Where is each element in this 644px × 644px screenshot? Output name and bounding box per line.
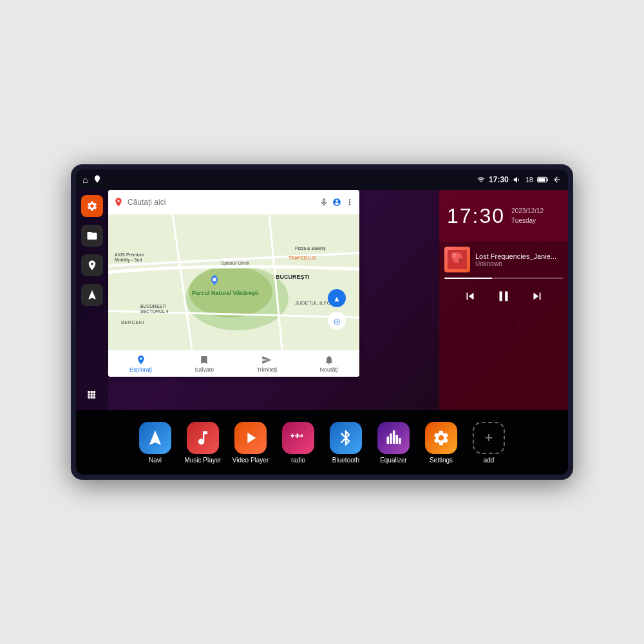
app-add[interactable]: + add <box>467 422 511 464</box>
screen: ⌂ 17:30 18 <box>76 169 568 475</box>
map-bottom-bar: Explorați Salvate Trimiteți Noutăți <box>108 350 359 377</box>
location-icon[interactable] <box>93 175 102 185</box>
radio-label: radio <box>291 457 305 464</box>
album-art <box>448 250 467 269</box>
svg-rect-38 <box>390 433 392 444</box>
google-maps-logo <box>113 197 124 207</box>
map-saved-tab[interactable]: Salvate <box>194 355 214 373</box>
svg-text:AXIS Premium: AXIS Premium <box>115 252 144 257</box>
svg-rect-39 <box>393 430 395 444</box>
map-search-bar <box>108 190 359 214</box>
svg-text:Splaiul Unirii: Splaiul Unirii <box>221 260 250 266</box>
sidebar-location-btn[interactable] <box>81 254 103 276</box>
music-next-btn[interactable] <box>527 287 547 309</box>
music-prev-btn[interactable] <box>460 287 480 309</box>
explore-label: Explorați <box>129 366 152 373</box>
music-info: Lost Frequencies_Janie... Unknown <box>444 247 563 272</box>
app-equalizer[interactable]: Equalizer <box>372 422 415 464</box>
map-contribute-tab[interactable]: Trimiteți <box>257 355 278 373</box>
map-area: Splaiul Unirii AXIS Premium Mobility - S… <box>108 190 439 410</box>
saved-label: Salvate <box>194 366 214 373</box>
music-progress-fill <box>444 278 492 279</box>
svg-text:SECTORUL 4: SECTORUL 4 <box>140 309 169 314</box>
bluetooth-icon-img <box>330 422 362 454</box>
add-icon-img: + <box>473 422 505 454</box>
map-search-input[interactable] <box>128 198 316 207</box>
svg-point-29 <box>459 258 462 262</box>
music-player-label: Music Player <box>184 457 221 464</box>
svg-text:Mobility - Sud: Mobility - Sud <box>115 258 142 263</box>
svg-text:BUCUREȘTI: BUCUREȘTI <box>140 304 167 309</box>
svg-rect-37 <box>387 436 390 444</box>
svg-point-16 <box>213 278 216 281</box>
clock-widget: 17:30 2023/12/12 Tuesday <box>439 190 568 242</box>
navi-icon-img <box>139 422 171 454</box>
status-right: 17:30 18 <box>477 175 562 184</box>
map-svg: Splaiul Unirii AXIS Premium Mobility - S… <box>108 214 359 350</box>
svg-text:TRAPEZULCI: TRAPEZULCI <box>289 256 317 260</box>
svg-rect-32 <box>295 435 296 436</box>
svg-rect-34 <box>301 434 303 437</box>
video-player-label: Video Player <box>232 457 269 464</box>
sidebar <box>76 190 108 410</box>
back-icon[interactable] <box>553 175 562 184</box>
svg-rect-31 <box>292 433 293 438</box>
app-radio[interactable]: radio <box>276 422 320 464</box>
eq-icon-img <box>377 422 410 454</box>
music-controls <box>444 285 563 310</box>
music-widget: Lost Frequencies_Janie... Unknown <box>439 242 568 410</box>
updates-label: Noutăți <box>319 366 338 373</box>
svg-text:BUCUREȘTI: BUCUREȘTI <box>276 274 310 280</box>
sidebar-settings-btn[interactable] <box>81 195 103 217</box>
navi-label: Navi <box>149 457 162 464</box>
clock-date-info: 2023/12/12 Tuesday <box>511 206 544 225</box>
settings-label: Settings <box>430 457 453 464</box>
app-settings[interactable]: Settings <box>419 422 463 464</box>
account-icon[interactable] <box>332 198 341 207</box>
add-label: add <box>484 457 495 464</box>
right-panel: 17:30 2023/12/12 Tuesday <box>439 190 568 410</box>
clock-time: 17:30 <box>447 204 505 228</box>
app-video-player[interactable]: Video Player <box>229 422 272 464</box>
music-pause-btn[interactable] <box>493 285 515 310</box>
svg-rect-3 <box>538 178 545 181</box>
sidebar-navi-btn[interactable] <box>81 284 103 306</box>
equalizer-label: Equalizer <box>380 457 407 464</box>
svg-rect-33 <box>298 435 299 436</box>
map-updates-tab[interactable]: Noutăți <box>319 355 338 373</box>
svg-rect-36 <box>299 435 301 436</box>
svg-rect-41 <box>399 438 401 444</box>
svg-text:◎: ◎ <box>334 317 340 326</box>
music-icon-img <box>187 422 219 454</box>
sidebar-files-btn[interactable] <box>81 225 103 247</box>
main-area: Splaiul Unirii AXIS Premium Mobility - S… <box>76 190 568 410</box>
app-navi[interactable]: Navi <box>133 422 177 464</box>
radio-icon-img <box>282 422 314 454</box>
music-thumbnail <box>444 247 470 272</box>
battery-level: 18 <box>526 176 533 184</box>
mic-icon[interactable] <box>319 198 328 207</box>
svg-text:Pizza & Bakery: Pizza & Bakery <box>295 246 326 251</box>
svg-text:BERCENI: BERCENI <box>121 319 144 325</box>
sidebar-grid-btn[interactable] <box>81 383 103 405</box>
svg-rect-40 <box>396 435 399 444</box>
status-left: ⌂ <box>82 175 102 185</box>
svg-point-4 <box>117 200 119 202</box>
status-time: 17:30 <box>489 175 509 184</box>
home-icon[interactable]: ⌂ <box>82 175 88 185</box>
contribute-label: Trimiteți <box>257 366 278 373</box>
battery-icon <box>537 176 549 184</box>
google-maps-overlay[interactable]: Splaiul Unirii AXIS Premium Mobility - S… <box>108 190 359 377</box>
video-icon-img <box>234 422 267 454</box>
car-display: ⌂ 17:30 18 <box>71 164 573 480</box>
svg-rect-2 <box>547 178 548 181</box>
more-icon[interactable] <box>345 198 354 207</box>
app-music-player[interactable]: Music Player <box>181 422 225 464</box>
app-bluetooth[interactable]: Bluetooth <box>324 422 368 464</box>
map-explore-tab[interactable]: Explorați <box>129 355 152 373</box>
wifi-icon <box>477 176 485 184</box>
volume-icon <box>513 175 522 184</box>
bluetooth-label: Bluetooth <box>332 457 359 464</box>
svg-rect-35 <box>297 433 298 438</box>
svg-text:▲: ▲ <box>333 294 341 303</box>
